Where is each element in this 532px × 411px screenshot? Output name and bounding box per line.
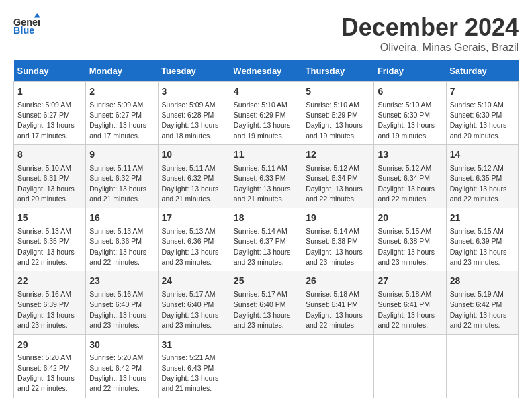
table-row: 30Sunrise: 5:20 AM Sunset: 6:42 PM Dayli…: [86, 334, 158, 398]
day-info: Sunrise: 5:21 AM Sunset: 6:43 PM Dayligh…: [162, 353, 219, 392]
day-info: Sunrise: 5:14 AM Sunset: 6:37 PM Dayligh…: [234, 227, 291, 266]
day-number: 4: [234, 85, 298, 99]
day-number: 21: [450, 212, 515, 225]
table-row: [230, 334, 302, 398]
table-row: 21Sunrise: 5:15 AM Sunset: 6:39 PM Dayli…: [446, 208, 518, 271]
day-number: 7: [450, 85, 515, 99]
table-row: 5Sunrise: 5:10 AM Sunset: 6:29 PM Daylig…: [302, 82, 374, 145]
day-number: 30: [89, 338, 154, 352]
logo: General Blue: [13, 13, 40, 40]
table-row: 10Sunrise: 5:11 AM Sunset: 6:32 PM Dayli…: [158, 145, 230, 208]
day-number: 26: [306, 275, 370, 288]
table-row: 25Sunrise: 5:17 AM Sunset: 6:40 PM Dayli…: [230, 271, 302, 334]
day-number: 18: [234, 212, 298, 225]
day-info: Sunrise: 5:10 AM Sunset: 6:31 PM Dayligh…: [17, 164, 75, 203]
day-info: Sunrise: 5:11 AM Sunset: 6:32 PM Dayligh…: [89, 164, 146, 203]
table-row: 19Sunrise: 5:14 AM Sunset: 6:38 PM Dayli…: [302, 208, 374, 271]
col-monday: Monday: [86, 60, 158, 82]
day-info: Sunrise: 5:09 AM Sunset: 6:27 PM Dayligh…: [89, 101, 146, 140]
day-info: Sunrise: 5:09 AM Sunset: 6:27 PM Dayligh…: [17, 101, 75, 140]
table-row: 24Sunrise: 5:17 AM Sunset: 6:40 PM Dayli…: [158, 271, 230, 334]
day-number: 28: [450, 275, 515, 288]
table-row: 7Sunrise: 5:10 AM Sunset: 6:30 PM Daylig…: [446, 82, 518, 145]
table-row: 22Sunrise: 5:16 AM Sunset: 6:39 PM Dayli…: [14, 271, 86, 334]
day-number: 27: [378, 275, 442, 288]
day-info: Sunrise: 5:12 AM Sunset: 6:35 PM Dayligh…: [450, 164, 507, 203]
day-number: 13: [378, 148, 442, 162]
table-row: 3Sunrise: 5:09 AM Sunset: 6:28 PM Daylig…: [158, 82, 230, 145]
day-info: Sunrise: 5:13 AM Sunset: 6:36 PM Dayligh…: [89, 227, 146, 266]
day-info: Sunrise: 5:17 AM Sunset: 6:40 PM Dayligh…: [162, 290, 219, 329]
day-info: Sunrise: 5:10 AM Sunset: 6:30 PM Dayligh…: [378, 101, 435, 140]
table-row: [446, 334, 518, 398]
location-title: Oliveira, Minas Gerais, Brazil: [341, 42, 519, 54]
table-row: 23Sunrise: 5:16 AM Sunset: 6:40 PM Dayli…: [86, 271, 158, 334]
day-info: Sunrise: 5:10 AM Sunset: 6:29 PM Dayligh…: [306, 101, 363, 140]
day-number: 15: [17, 212, 82, 225]
day-number: 8: [17, 148, 82, 162]
day-number: 23: [89, 275, 154, 288]
day-number: 2: [89, 85, 154, 99]
day-number: 1: [17, 85, 82, 99]
day-number: 5: [306, 85, 370, 99]
col-wednesday: Wednesday: [230, 60, 302, 82]
table-row: 13Sunrise: 5:12 AM Sunset: 6:34 PM Dayli…: [374, 145, 446, 208]
day-info: Sunrise: 5:20 AM Sunset: 6:42 PM Dayligh…: [17, 353, 75, 392]
day-info: Sunrise: 5:20 AM Sunset: 6:42 PM Dayligh…: [89, 353, 146, 392]
table-row: 11Sunrise: 5:11 AM Sunset: 6:33 PM Dayli…: [230, 145, 302, 208]
day-number: 20: [378, 212, 442, 225]
table-row: 31Sunrise: 5:21 AM Sunset: 6:43 PM Dayli…: [158, 334, 230, 398]
col-thursday: Thursday: [302, 60, 374, 82]
table-row: 29Sunrise: 5:20 AM Sunset: 6:42 PM Dayli…: [14, 334, 86, 398]
title-area: December 2024 Oliveira, Minas Gerais, Br…: [341, 13, 519, 54]
col-saturday: Saturday: [446, 60, 518, 82]
day-number: 11: [234, 148, 298, 162]
calendar-table: Sunday Monday Tuesday Wednesday Thursday…: [13, 60, 519, 398]
table-row: 14Sunrise: 5:12 AM Sunset: 6:35 PM Dayli…: [446, 145, 518, 208]
day-info: Sunrise: 5:13 AM Sunset: 6:35 PM Dayligh…: [17, 227, 75, 266]
svg-text:Blue: Blue: [13, 25, 34, 36]
table-row: 20Sunrise: 5:15 AM Sunset: 6:38 PM Dayli…: [374, 208, 446, 271]
day-info: Sunrise: 5:14 AM Sunset: 6:38 PM Dayligh…: [306, 227, 363, 266]
day-number: 25: [234, 275, 298, 288]
day-number: 22: [17, 275, 82, 288]
day-number: 10: [162, 148, 226, 162]
day-info: Sunrise: 5:12 AM Sunset: 6:34 PM Dayligh…: [306, 164, 363, 203]
table-row: 15Sunrise: 5:13 AM Sunset: 6:35 PM Dayli…: [14, 208, 86, 271]
header: General Blue December 2024 Oliveira, Min…: [13, 13, 519, 54]
day-info: Sunrise: 5:16 AM Sunset: 6:39 PM Dayligh…: [17, 290, 75, 329]
table-row: 12Sunrise: 5:12 AM Sunset: 6:34 PM Dayli…: [302, 145, 374, 208]
table-row: 26Sunrise: 5:18 AM Sunset: 6:41 PM Dayli…: [302, 271, 374, 334]
col-friday: Friday: [374, 60, 446, 82]
table-row: 28Sunrise: 5:19 AM Sunset: 6:42 PM Dayli…: [446, 271, 518, 334]
table-row: 4Sunrise: 5:10 AM Sunset: 6:29 PM Daylig…: [230, 82, 302, 145]
day-number: 19: [306, 212, 370, 225]
day-number: 9: [89, 148, 154, 162]
day-info: Sunrise: 5:18 AM Sunset: 6:41 PM Dayligh…: [378, 290, 435, 329]
day-number: 29: [17, 338, 82, 352]
day-number: 6: [378, 85, 442, 99]
day-info: Sunrise: 5:18 AM Sunset: 6:41 PM Dayligh…: [306, 290, 363, 329]
header-row: Sunday Monday Tuesday Wednesday Thursday…: [14, 60, 519, 82]
col-sunday: Sunday: [14, 60, 86, 82]
day-number: 3: [162, 85, 226, 99]
table-row: [302, 334, 374, 398]
day-info: Sunrise: 5:11 AM Sunset: 6:32 PM Dayligh…: [162, 164, 219, 203]
table-row: [374, 334, 446, 398]
table-row: 18Sunrise: 5:14 AM Sunset: 6:37 PM Dayli…: [230, 208, 302, 271]
day-info: Sunrise: 5:12 AM Sunset: 6:34 PM Dayligh…: [378, 164, 435, 203]
day-info: Sunrise: 5:13 AM Sunset: 6:36 PM Dayligh…: [162, 227, 219, 266]
day-number: 17: [162, 212, 226, 225]
svg-marker-1: [34, 13, 40, 17]
day-number: 16: [89, 212, 154, 225]
day-info: Sunrise: 5:15 AM Sunset: 6:39 PM Dayligh…: [450, 227, 507, 266]
month-title: December 2024: [341, 13, 519, 42]
day-info: Sunrise: 5:10 AM Sunset: 6:30 PM Dayligh…: [450, 101, 507, 140]
day-info: Sunrise: 5:10 AM Sunset: 6:29 PM Dayligh…: [234, 101, 291, 140]
day-info: Sunrise: 5:09 AM Sunset: 6:28 PM Dayligh…: [162, 101, 219, 140]
day-info: Sunrise: 5:17 AM Sunset: 6:40 PM Dayligh…: [234, 290, 291, 329]
table-row: 1Sunrise: 5:09 AM Sunset: 6:27 PM Daylig…: [14, 82, 86, 145]
table-row: 27Sunrise: 5:18 AM Sunset: 6:41 PM Dayli…: [374, 271, 446, 334]
day-info: Sunrise: 5:11 AM Sunset: 6:33 PM Dayligh…: [234, 164, 291, 203]
day-info: Sunrise: 5:16 AM Sunset: 6:40 PM Dayligh…: [89, 290, 146, 329]
